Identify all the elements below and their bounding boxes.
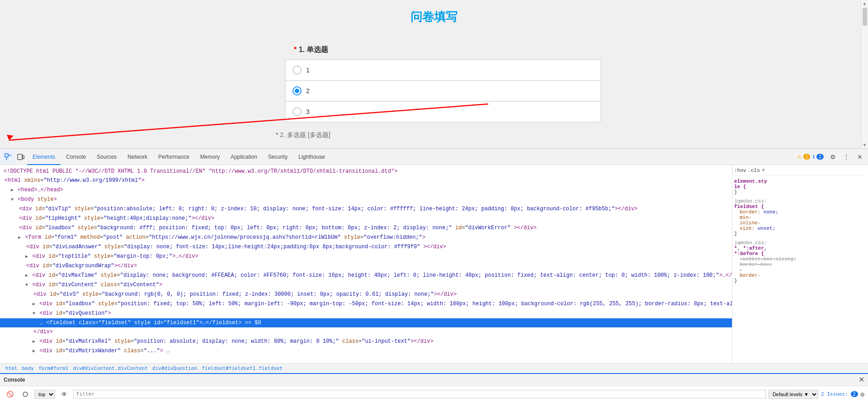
element-picker-button[interactable] <box>2 151 14 163</box>
tab-application[interactable]: Application <box>225 149 263 165</box>
option-row-3[interactable]: 3 <box>285 101 601 122</box>
devtools-breadcrumb: html body form#form1 div#divContent.divC… <box>0 363 868 373</box>
radio-button-2[interactable] <box>292 86 302 95</box>
scroll-thumb[interactable] <box>863 8 867 26</box>
style-source-2: jqmobo.css: <box>734 240 866 246</box>
dom-line-tipheight[interactable]: <div id="tipHeight" style="height:40px;d… <box>0 214 732 223</box>
tab-console[interactable]: Console <box>61 149 91 165</box>
style-prop-webkit: -webkit-box-sizing: <box>734 256 866 262</box>
dom-line-divmatrixrel[interactable]: <div id="divMatrixRel" style="position: … <box>0 337 732 346</box>
dom-line-fieldset-selected[interactable]: … <fieldset class="fieldset" style id="f… <box>0 318 732 327</box>
breadcrumb-html[interactable]: html <box>4 365 19 371</box>
scroll-down-arrow[interactable]: ▼ <box>861 142 868 148</box>
style-selector-before: *:before { <box>734 251 866 256</box>
option-row-1[interactable]: 1 <box>285 60 601 80</box>
warn-icon: ⚠ <box>797 154 802 160</box>
survey-container: 1 2 3 <box>285 59 601 123</box>
console-label: Console <box>4 377 25 383</box>
dom-line-loadbox[interactable]: <div id="loadbox" style="background: #ff… <box>0 223 732 233</box>
console-bottom: 🚫 top 👁 Default levels ▼ 2 Issues: 2 ⚙ <box>0 386 868 402</box>
dom-line-maxtime[interactable]: <div id="divMaxTime" style="display: non… <box>0 271 732 280</box>
style-selector-star: *, *:after, <box>734 246 866 251</box>
breadcrumb-form[interactable]: form#form1 <box>37 365 70 371</box>
tab-sources[interactable]: Sources <box>91 149 122 165</box>
style-prop-inline: inline- <box>734 220 866 226</box>
style-close-brace-3: } <box>734 278 866 284</box>
tab-security[interactable]: Security <box>263 149 293 165</box>
dom-line-divcontent[interactable]: <div id="divContent" class="divContent"> <box>0 280 732 290</box>
main-page: 问卷填写 * 1. 单选题 1 2 3 * 2. 多选题 <box>0 0 868 148</box>
style-selector-le: le { <box>734 184 866 189</box>
question-header: * 1. 单选题 <box>285 45 583 55</box>
console-top-context-button[interactable] <box>19 388 32 401</box>
style-close-brace: } <box>734 189 866 195</box>
tab-performance[interactable]: Performance <box>153 149 195 165</box>
dom-line-loadbox2[interactable]: <div id="loadbox" style="position: fixed… <box>0 299 732 309</box>
tab-memory[interactable]: Memory <box>195 149 225 165</box>
dom-line-divloadanswer[interactable]: <div id="divLoadAnswer" style="display: … <box>0 242 732 252</box>
question-label: 1. 单选题 <box>299 46 329 53</box>
dom-line-close-divquestion[interactable]: </div> <box>0 327 732 337</box>
page-scrollbar[interactable]: ▲ ▼ <box>861 0 868 148</box>
option-row-2[interactable]: 2 <box>285 80 601 101</box>
style-rule-jqmobo-fieldset: jqmobo.css: fieldset { border: none; min… <box>734 199 866 236</box>
device-toolbar-button[interactable] <box>14 151 27 163</box>
console-issues[interactable]: 2 Issues: 2 <box>821 391 858 397</box>
styles-cls-label[interactable]: .cls <box>748 168 760 173</box>
style-prop-border: border: none; <box>734 209 866 215</box>
page-title: 问卷填写 <box>410 9 458 25</box>
dom-panel[interactable]: <!DOCTYPE html PUBLIC "-//W3C//DTD XHTML… <box>0 165 732 363</box>
tab-elements[interactable]: Elements <box>27 149 61 165</box>
console-settings-icon[interactable]: ⚙ <box>861 391 864 398</box>
style-prop-box-sizing-val: border-box; <box>734 262 866 267</box>
dom-line-html[interactable]: <html xmlns="http://www.w3.org/1999/xhtm… <box>0 176 732 185</box>
breadcrumb-divquestion[interactable]: div#divQuestion <box>151 365 199 371</box>
console-clear-button[interactable]: 🚫 <box>4 388 16 401</box>
style-rule-element: element.sty le { } <box>734 179 866 195</box>
console-context-select[interactable]: top <box>34 390 55 399</box>
devtools-main: <!DOCTYPE html PUBLIC "-//W3C//DTD XHTML… <box>0 165 868 363</box>
scroll-up-arrow[interactable]: ▲ <box>861 0 868 7</box>
style-prop-minis: min- <box>734 215 866 220</box>
next-question-hint: * 2. 多选题 [多选题] <box>276 127 592 139</box>
console-issues-text: 2 Issues: <box>821 391 848 397</box>
settings-button[interactable]: ⚙ <box>826 151 839 163</box>
dom-line-form[interactable]: <form id="form1" method="post" action="h… <box>0 233 732 242</box>
dom-line-body[interactable]: <body style> <box>0 195 732 204</box>
svg-rect-2 <box>5 154 8 157</box>
dom-line-divmatrixwander[interactable]: <div id="divMatrixWander" class="..."> … <box>0 346 732 356</box>
console-filter-input[interactable] <box>73 390 766 398</box>
style-selector-element: element.sty <box>734 179 866 184</box>
styles-hov-label[interactable]: :hov <box>734 168 746 173</box>
style-rule-jqmobo-star: jqmobo.css: *, *:after, *:before { -webk… <box>734 240 866 284</box>
info-icon: ℹ <box>813 154 815 160</box>
radio-button-1[interactable] <box>292 66 302 75</box>
style-selector-fieldset: fieldset { <box>734 204 866 209</box>
question-section: * 1. 单选题 1 2 3 <box>276 38 592 123</box>
dom-line-bgwrap[interactable]: <div id="divBackgroundWrap"></div> <box>0 261 732 271</box>
dom-line-divquestion[interactable]: <div id="divQuestion"> <box>0 309 732 318</box>
more-options-button[interactable]: ⋮ <box>840 151 853 163</box>
dom-line-divtip[interactable]: <div id="divTip" style="position:absolut… <box>0 204 732 214</box>
styles-add-btn[interactable]: + <box>762 167 765 174</box>
svg-point-7 <box>23 392 28 397</box>
console-bar: Console ✕ <box>0 373 868 386</box>
console-issues-badge: 2 <box>851 391 858 397</box>
console-close-button[interactable]: ✕ <box>859 376 864 383</box>
console-level-select[interactable]: Default levels ▼ <box>769 390 818 399</box>
warn-badge: 1 <box>803 154 811 160</box>
dom-line-doctype: <!DOCTYPE html PUBLIC "-//W3C//DTD XHTML… <box>0 167 732 176</box>
dom-line-toptitle[interactable]: <div id="toptitle" style="margin-top: 0p… <box>0 252 732 261</box>
devtools-toolbar: Elements Console Sources Network Perform… <box>0 149 868 165</box>
tab-lighthouse[interactable]: Lighthouse <box>293 149 330 165</box>
breadcrumb-body[interactable]: body <box>20 365 36 371</box>
tab-network[interactable]: Network <box>122 149 153 165</box>
breadcrumb-divcontent[interactable]: div#divContent.divContent <box>71 365 150 371</box>
breadcrumb-fieldset[interactable]: fieldset#fieldset1.fieldset <box>200 365 284 371</box>
radio-button-3[interactable] <box>292 107 302 116</box>
dom-line-divs[interactable]: <div id="divS" style="background: rgb(0,… <box>0 290 732 299</box>
required-mark: * <box>294 46 299 53</box>
dom-line-head[interactable]: <head>…</head> <box>0 185 732 195</box>
close-devtools-button[interactable]: ✕ <box>854 151 866 163</box>
console-eye-button[interactable]: 👁 <box>58 388 71 401</box>
